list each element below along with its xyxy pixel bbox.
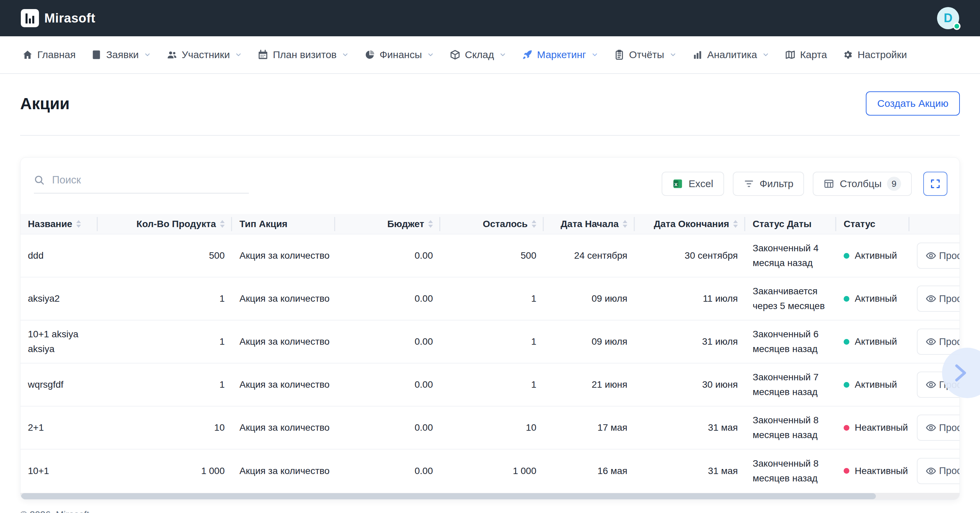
cell-qty: 1 000 [98, 449, 232, 492]
search-field[interactable] [34, 174, 249, 193]
cell-type: Акция за количество [232, 277, 335, 320]
brand-logo[interactable]: Mirasoft [21, 9, 95, 27]
cell-action: Просмотр [910, 234, 959, 277]
nav-item-visit-plan[interactable]: План визитов [258, 49, 349, 61]
search-input[interactable] [52, 174, 249, 186]
view-button[interactable]: Просмотр [917, 242, 959, 269]
cell-budget: 0.00 [335, 363, 440, 406]
bar-chart-logo-icon [21, 9, 39, 27]
cell-date_status: Законченный 7 месяцев назад [745, 363, 836, 406]
view-button[interactable]: Просмотр [917, 458, 959, 484]
table-header-row: Название Кол-Во Продукта Тип Акция Бюдже… [21, 214, 959, 234]
scrollbar-thumb[interactable] [21, 493, 876, 499]
cell-end: 31 мая [635, 406, 745, 449]
cell-date_status: Законченный 6 месяцев назад [745, 320, 836, 363]
column-header-remaining[interactable]: Осталось [440, 214, 544, 234]
nav-item-analytics[interactable]: Аналитика [692, 49, 770, 61]
chevron-down-icon [235, 51, 242, 59]
cell-type: Акция за количество [232, 234, 335, 277]
document-icon [91, 49, 102, 60]
column-header-budget[interactable]: Бюджет [335, 214, 440, 234]
filter-button[interactable]: Фильтр [733, 172, 804, 196]
cell-qty: 1 [98, 277, 232, 320]
chevron-down-icon [499, 51, 506, 59]
nav-item-reports[interactable]: Отчёты [614, 49, 677, 61]
column-header-name[interactable]: Название [21, 214, 98, 234]
nav-item-home[interactable]: Главная [22, 49, 76, 61]
fullscreen-button[interactable] [923, 172, 947, 196]
cell-date_status: Законченный 8 месяцев назад [745, 406, 836, 449]
cell-name: 10+1 [21, 449, 98, 492]
cell-status: Активный [836, 277, 910, 320]
cell-type: Акция за количество [232, 363, 335, 406]
column-header-qty[interactable]: Кол-Во Продукта [98, 214, 232, 234]
table-columns-icon [824, 178, 834, 189]
nav-item-finance[interactable]: Финансы [364, 49, 434, 61]
column-header-type: Тип Акция [232, 214, 335, 234]
columns-button[interactable]: Столбцы 9 [813, 172, 912, 196]
table-row: aksiya21Акция за количество0.00109 июля1… [21, 277, 959, 320]
nav-item-marketing[interactable]: Маркетинг [522, 49, 598, 61]
cell-type: Акция за количество [232, 320, 335, 363]
cell-name: aksiya2 [21, 277, 98, 320]
user-avatar[interactable]: D [937, 7, 959, 29]
view-button[interactable]: Просмотр [917, 285, 959, 312]
cell-name: 10+1 aksiya aksiya [21, 320, 98, 363]
sort-icon [623, 220, 627, 228]
main-navigation: Главная Заявки Участники План визитов Фи… [0, 36, 980, 74]
column-header-end-date[interactable]: Дата Окончания [635, 214, 745, 234]
chevron-down-icon [427, 51, 434, 59]
cell-remaining: 1 [440, 277, 544, 320]
cell-status: Неактивный [836, 449, 910, 492]
calendar-icon [258, 49, 268, 60]
excel-export-button[interactable]: x Excel [662, 172, 724, 196]
status-dot [844, 425, 850, 431]
nav-item-map[interactable]: Карта [785, 49, 827, 61]
map-icon [785, 49, 795, 60]
nav-item-warehouse[interactable]: Склад [450, 49, 506, 61]
cell-budget: 0.00 [335, 449, 440, 492]
cell-remaining: 500 [440, 234, 544, 277]
columns-count-badge: 9 [887, 177, 901, 191]
cell-start: 21 июня [544, 363, 635, 406]
cell-start: 09 июля [544, 277, 635, 320]
cell-status: Неактивный [836, 406, 910, 449]
nav-item-settings[interactable]: Настройки [842, 49, 907, 61]
gear-icon [842, 49, 853, 60]
status-dot [844, 296, 850, 302]
view-button[interactable]: Просмотр [917, 328, 959, 355]
eye-icon [926, 250, 936, 261]
cell-status: Активный [836, 363, 910, 406]
box-icon [450, 49, 460, 60]
excel-icon: x [672, 178, 683, 189]
table-scroll-area[interactable]: Название Кол-Во Продукта Тип Акция Бюдже… [21, 214, 959, 492]
rocket-icon [522, 49, 533, 60]
status-dot [844, 253, 850, 259]
status-label: Активный [855, 334, 897, 349]
eye-icon [926, 466, 936, 476]
app-window: Mirasoft D Главная Заявки Участники План… [0, 0, 980, 513]
cell-name: wqrsgfdf [21, 363, 98, 406]
cell-date_status: Законченный 8 месяцев назад [745, 449, 836, 492]
cell-end: 30 июня [635, 363, 745, 406]
cell-end: 30 сентября [635, 234, 745, 277]
nav-item-participants[interactable]: Участники [167, 49, 242, 61]
page-content: Акции Создать Акцию x Excel Фильтр [0, 91, 980, 513]
view-button[interactable]: Просмотр [917, 414, 959, 441]
avatar-initial: D [944, 11, 953, 25]
cell-end: 11 июля [635, 277, 745, 320]
nav-item-requests[interactable]: Заявки [91, 49, 151, 61]
cell-end: 31 мая [635, 449, 745, 492]
cell-remaining: 1 000 [440, 449, 544, 492]
page-title: Акции [20, 94, 70, 113]
column-header-start-date[interactable]: Дата Начала [544, 214, 635, 234]
create-promotion-button[interactable]: Создать Акцию [866, 91, 960, 116]
promotions-table-body: ddd500Акция за количество0.0050024 сентя… [21, 234, 959, 492]
status-label: Активный [855, 291, 897, 306]
status-dot [844, 339, 850, 345]
view-button-label: Просмотр [939, 336, 959, 347]
chevron-down-icon [669, 51, 677, 59]
eye-icon [926, 379, 936, 390]
horizontal-scrollbar[interactable] [21, 493, 959, 500]
cell-name: 2+1 [21, 406, 98, 449]
